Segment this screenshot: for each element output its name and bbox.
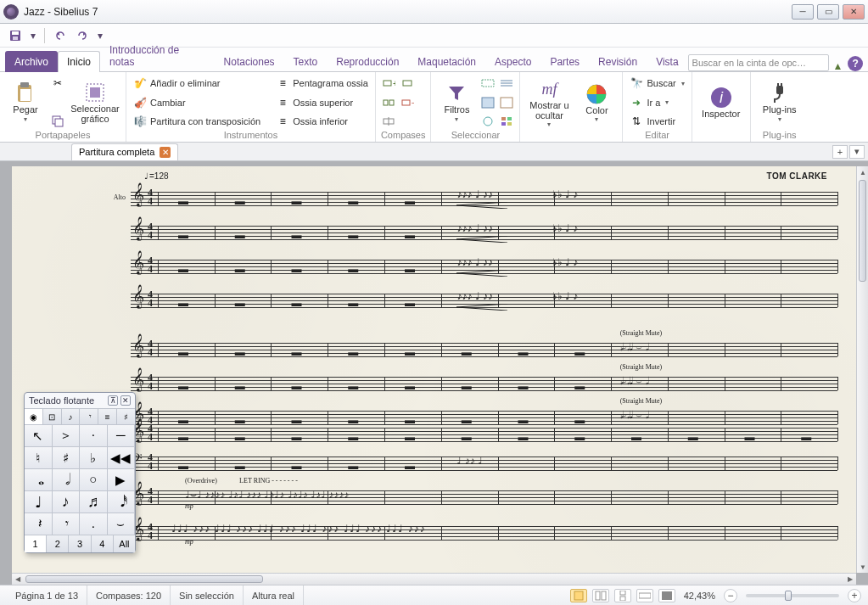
keypad-dot[interactable]: . bbox=[80, 513, 108, 535]
select-all-icon[interactable] bbox=[480, 95, 496, 110]
keypad-doublesharp[interactable]: ◀◀ bbox=[108, 447, 136, 469]
ribbon-tab-revision[interactable]: Revisión bbox=[589, 51, 647, 72]
staff[interactable]: 𝄞44▬▬▬▬▬▬▬▬(Straight Mute)𝅗𝅥⌣𝅗𝅥 ♩ ⌣ 𝅗𝅥 bbox=[131, 370, 837, 399]
zoom-percentage[interactable]: 42,43% bbox=[684, 591, 715, 601]
keypad-quarter[interactable]: ♩ bbox=[25, 491, 53, 513]
help-icon[interactable]: ? bbox=[848, 56, 863, 71]
ribbon-tab-maquetacion[interactable]: Maquetación bbox=[408, 51, 485, 72]
find-button[interactable]: 🔭Buscar▾ bbox=[628, 76, 686, 91]
show-hide-button[interactable]: mf Mostrar u ocultar ▾ bbox=[525, 76, 573, 130]
view-fullscreen-icon[interactable] bbox=[658, 589, 675, 602]
view-vertical-icon[interactable] bbox=[614, 589, 631, 602]
view-spread-icon[interactable] bbox=[592, 589, 609, 602]
keypad-tab-1[interactable]: ◉ bbox=[25, 409, 43, 424]
staff[interactable]: Electric Guitar𝄞44(Overdrive)LET RING - … bbox=[131, 484, 837, 513]
ossia-staff-button[interactable]: ≡Pentagrama ossia bbox=[274, 76, 370, 91]
ribbon-search-input[interactable]: Buscar en la cinta de opc… bbox=[688, 54, 830, 71]
keypad-layout-1[interactable]: 1 bbox=[25, 535, 47, 552]
copy-button[interactable] bbox=[49, 114, 66, 129]
score-canvas[interactable]: TOM CLARKE =128 Alto𝄞44▬▬▬▬▬♪♪♪ ♩ ♪♪♭♭ ♩… bbox=[12, 166, 856, 573]
ossia-below-button[interactable]: ≡Ossia inferior bbox=[274, 114, 370, 129]
tab-options-button[interactable]: ▾ bbox=[849, 145, 865, 159]
zoom-slider[interactable] bbox=[746, 594, 839, 597]
scroll-down-icon[interactable]: ▼ bbox=[857, 561, 868, 573]
keypad-layout-all[interactable]: All bbox=[114, 535, 135, 552]
goto-button[interactable]: ➜Ir a▾ bbox=[628, 95, 686, 110]
keypad-tab-4[interactable]: 𝄾 bbox=[80, 409, 98, 424]
ribbon-collapse-icon[interactable]: ▲ bbox=[832, 61, 843, 71]
scroll-thumb[interactable] bbox=[25, 575, 263, 583]
ribbon-tab-notaciones[interactable]: Notaciones bbox=[215, 51, 284, 72]
staff[interactable]: 𝄞44▬▬▬▬▬♪♪♪ ♩ ♪♪♭♭ ♩ ♪ bbox=[131, 253, 837, 282]
keypad-close-icon[interactable]: ✕ bbox=[120, 395, 131, 406]
staff[interactable]: Electric Stage Piano𝄞44mp♩♩♩ ♪♪♪ ♩♩♩ ♪♪♪… bbox=[131, 519, 837, 548]
keypad-thirtysecond[interactable]: 𝅘𝅥𝅰 bbox=[108, 491, 136, 513]
ossia-above-button[interactable]: ≡Ossia superior bbox=[274, 95, 370, 110]
keypad-rest1[interactable]: 𝄽 bbox=[25, 513, 53, 535]
add-bars-multi-icon[interactable] bbox=[381, 95, 396, 110]
add-remove-instrument-button[interactable]: 🎷Añadir o eliminar bbox=[132, 76, 262, 91]
keypad-sixteenth[interactable]: ♬ bbox=[80, 491, 108, 513]
cut-button[interactable]: ✂ bbox=[49, 76, 66, 91]
scroll-right-icon[interactable]: ▶ bbox=[844, 574, 856, 585]
ribbon-tab-texto[interactable]: Texto bbox=[284, 51, 328, 72]
staff[interactable]: Alto𝄞44▬▬▬▬▬♪♪♪ ♩ ♪♪♭♭ ♩ ♪ bbox=[131, 185, 837, 214]
plugins-button[interactable]: Plug-ins ▾ bbox=[756, 76, 804, 129]
status-bars[interactable]: Compases: 120 bbox=[87, 585, 171, 605]
zoom-slider-thumb[interactable] bbox=[785, 591, 792, 601]
keypad-tab-2[interactable]: ⊡ bbox=[43, 409, 62, 424]
window-close-button[interactable]: ✕ bbox=[843, 4, 865, 20]
paste-button[interactable]: Pegar ▾ bbox=[5, 76, 46, 129]
view-single-page-icon[interactable] bbox=[570, 589, 587, 602]
keypad-tie[interactable]: ⌣ bbox=[108, 513, 136, 535]
keypad-whole2[interactable]: ○ bbox=[80, 469, 108, 491]
scroll-left-icon[interactable]: ◀ bbox=[12, 574, 24, 585]
staff[interactable]: 𝄞44▬▬▬▬▬♪♪♪ ♩ ♪♪♭♭ ♩ ♪ bbox=[131, 287, 837, 316]
staff[interactable]: 𝄞44▬▬▬▬▬▬▬▬(Straight Mute)𝅗𝅥⌣𝅗𝅥 ♩ ⌣ 𝅗𝅥 bbox=[131, 336, 837, 365]
save-dropdown-icon[interactable]: ▾ bbox=[29, 27, 37, 44]
pin-icon[interactable]: ⊼ bbox=[108, 395, 118, 406]
status-zoom-mode[interactable]: Altura real bbox=[244, 585, 304, 605]
ribbon-tab-aspecto[interactable]: Aspecto bbox=[485, 51, 540, 72]
staff[interactable]: Trombone𝄢44▬▬▬▬▬♩ ♪♪ ♩ bbox=[131, 450, 837, 479]
horizontal-scrollbar[interactable]: ◀ ▶ bbox=[12, 573, 856, 585]
keypad-cursor[interactable]: ↖ bbox=[25, 425, 53, 447]
keypad-natural[interactable]: ♮ bbox=[25, 447, 53, 469]
keypad-tab-5[interactable]: ≡ bbox=[98, 409, 117, 424]
keypad-eighth[interactable]: ♪ bbox=[53, 491, 81, 513]
select-bars-icon[interactable] bbox=[480, 76, 496, 91]
zoom-out-button[interactable]: − bbox=[724, 589, 737, 602]
ribbon-tab-reproduccion[interactable]: Reproducción bbox=[327, 51, 408, 72]
keypad-play[interactable]: ▶ bbox=[108, 469, 136, 491]
keypad-tenuto[interactable]: ─ bbox=[108, 425, 136, 447]
change-instrument-button[interactable]: 🎻Cambiar bbox=[132, 95, 262, 110]
view-panorama-icon[interactable] bbox=[636, 589, 653, 602]
redo-icon[interactable] bbox=[74, 27, 91, 44]
ribbon-tab-file[interactable]: Archivo bbox=[5, 51, 58, 72]
ribbon-tab-intro-notas[interactable]: Introducción de notas bbox=[100, 39, 215, 72]
keypad-half[interactable]: 𝅗𝅥 bbox=[53, 469, 81, 491]
staff[interactable]: 𝄞44▬▬▬▬▬♪♪♪ ♩ ♪♪♭♭ ♩ ♪ bbox=[131, 219, 837, 248]
vertical-scrollbar[interactable]: ▲ ▼ bbox=[856, 166, 868, 573]
keypad-rest2[interactable]: 𝄾 bbox=[53, 513, 81, 535]
scroll-up-icon[interactable]: ▲ bbox=[857, 166, 868, 178]
close-tab-icon[interactable]: ✕ bbox=[160, 147, 171, 158]
select-none-icon[interactable] bbox=[499, 95, 514, 110]
save-icon[interactable] bbox=[7, 27, 24, 44]
filters-button[interactable]: Filtros ▾ bbox=[436, 76, 477, 129]
select-more-icon[interactable] bbox=[499, 114, 514, 129]
document-tab[interactable]: Partitura completa ✕ bbox=[71, 143, 178, 160]
select-graphic2-icon[interactable] bbox=[480, 114, 496, 129]
new-tab-button[interactable]: + bbox=[832, 145, 848, 159]
color-button[interactable]: Color ▾ bbox=[576, 76, 617, 130]
keypad-accent[interactable]: ＞ bbox=[53, 425, 81, 447]
transposing-score-toggle[interactable]: 🎼Partitura con transposición bbox=[132, 114, 262, 129]
keypad-sharp[interactable]: ♯ bbox=[53, 447, 81, 469]
add-bar-single-icon[interactable] bbox=[400, 76, 415, 91]
flip-button[interactable]: ⇅Invertir bbox=[628, 114, 686, 129]
ribbon-tab-partes[interactable]: Partes bbox=[540, 51, 589, 72]
keypad-flat[interactable]: ♭ bbox=[80, 447, 108, 469]
delete-bar-icon[interactable]: − bbox=[400, 95, 415, 110]
select-graphic-button[interactable]: Seleccionar gráfico bbox=[70, 76, 120, 129]
zoom-in-button[interactable]: + bbox=[848, 589, 861, 602]
